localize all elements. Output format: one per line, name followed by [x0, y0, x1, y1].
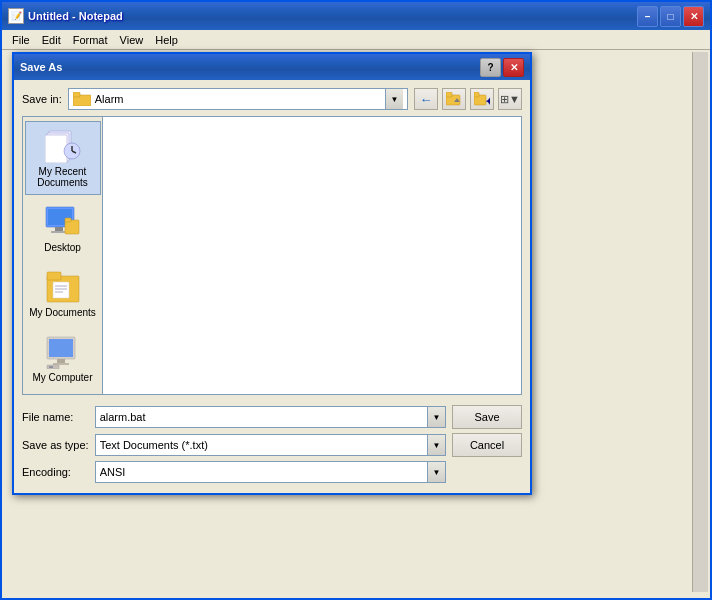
svg-rect-22	[53, 282, 69, 298]
svg-text:✦: ✦	[485, 96, 490, 106]
notepad-titlebar: 📝 Untitled - Notepad – □ ✕	[2, 2, 710, 30]
recent-docs-svg	[45, 129, 81, 163]
folder-icon	[73, 92, 91, 106]
save-in-dropdown-button[interactable]: ▼	[385, 89, 403, 109]
dialog-titlebar: Save As ? ✕	[14, 54, 530, 80]
my-documents-label: My Documents	[29, 307, 96, 318]
encoding-label: Encoding:	[22, 466, 89, 478]
svg-rect-19	[65, 218, 71, 222]
desktop-icon	[43, 204, 83, 240]
dialog-close-button[interactable]: ✕	[503, 58, 524, 77]
up-folder-button[interactable]	[442, 88, 466, 110]
svg-rect-10	[45, 135, 67, 163]
save-in-combo-text: Alarm	[73, 92, 124, 106]
dialog-title: Save As	[20, 61, 62, 73]
sidebar-item-recent[interactable]: My RecentDocuments	[25, 121, 101, 195]
back-arrow-icon: ←	[420, 92, 433, 107]
up-folder-icon	[446, 92, 462, 106]
my-computer-svg	[45, 335, 81, 369]
encoding-dropdown[interactable]: ▼	[427, 462, 445, 482]
save-in-row: Save in: Alarm ▼ ←	[22, 88, 522, 110]
save-in-label: Save in:	[22, 93, 62, 105]
sidebar-item-documents[interactable]: My Documents	[25, 262, 101, 325]
dialog-body: Save in: Alarm ▼ ←	[14, 80, 530, 493]
save-in-value: Alarm	[95, 93, 124, 105]
svg-rect-21	[47, 272, 61, 280]
desktop-svg	[45, 206, 81, 238]
svg-rect-31	[49, 366, 53, 368]
back-button[interactable]: ←	[414, 88, 438, 110]
file-name-input-wrapper: ▼	[95, 406, 446, 428]
svg-rect-16	[55, 227, 63, 231]
file-name-dropdown[interactable]: ▼	[427, 407, 445, 427]
save-as-type-input[interactable]	[96, 435, 427, 455]
file-name-input[interactable]	[96, 407, 427, 427]
new-folder-icon: ✦	[474, 92, 490, 106]
notepad-app-icon: 📝	[8, 8, 24, 24]
save-as-dialog: Save As ? ✕ Save in: Alarm	[12, 52, 532, 495]
notepad-title: Untitled - Notepad	[28, 10, 123, 22]
save-as-type-wrapper: ▼	[95, 434, 446, 456]
file-browser[interactable]	[103, 117, 521, 394]
save-in-toolbar: ← ✦	[414, 88, 522, 110]
my-computer-icon	[43, 334, 83, 370]
content-area: My RecentDocuments	[22, 116, 522, 395]
my-documents-svg	[45, 270, 81, 304]
sidebar: My RecentDocuments	[23, 117, 103, 394]
save-as-type-label: Save as type:	[22, 439, 89, 451]
svg-rect-29	[53, 363, 69, 365]
notepad-scrollbar[interactable]	[692, 52, 708, 592]
notepad-window: 📝 Untitled - Notepad – □ ✕ File Edit For…	[0, 0, 712, 600]
recent-documents-icon	[43, 128, 83, 164]
my-documents-icon	[43, 269, 83, 305]
menubar: File Edit Format View Help	[2, 30, 710, 50]
encoding-wrapper: ▼	[95, 461, 446, 483]
menu-view[interactable]: View	[114, 33, 150, 47]
dialog-window-controls: ? ✕	[480, 58, 524, 77]
views-button[interactable]: ⊞▼	[498, 88, 522, 110]
svg-rect-1	[73, 92, 80, 97]
new-folder-button[interactable]: ✦	[470, 88, 494, 110]
save-as-type-dropdown[interactable]: ▼	[427, 435, 445, 455]
notepad-restore-button[interactable]: □	[660, 6, 681, 27]
desktop-label: Desktop	[44, 242, 81, 253]
svg-rect-17	[51, 231, 67, 233]
file-name-label: File name:	[22, 411, 89, 423]
save-button[interactable]: Save	[452, 405, 522, 429]
recent-documents-label: My RecentDocuments	[37, 166, 88, 188]
notepad-minimize-button[interactable]: –	[637, 6, 658, 27]
form-area: File name: ▼ Save Save as type: ▼ Cancel…	[22, 403, 522, 485]
save-in-combo[interactable]: Alarm ▼	[68, 88, 408, 110]
notepad-window-controls: – □ ✕	[637, 6, 704, 27]
svg-rect-6	[474, 92, 479, 97]
svg-rect-28	[57, 359, 65, 363]
svg-rect-3	[446, 92, 452, 97]
views-icon: ⊞▼	[500, 93, 520, 106]
encoding-input[interactable]	[96, 462, 427, 482]
my-computer-label: My Computer	[32, 372, 92, 383]
svg-rect-27	[49, 339, 73, 357]
notepad-close-button[interactable]: ✕	[683, 6, 704, 27]
menu-help[interactable]: Help	[149, 33, 184, 47]
titlebar-left: 📝 Untitled - Notepad	[8, 8, 123, 24]
sidebar-item-computer[interactable]: My Computer	[25, 327, 101, 390]
menu-edit[interactable]: Edit	[36, 33, 67, 47]
cancel-button[interactable]: Cancel	[452, 433, 522, 457]
menu-format[interactable]: Format	[67, 33, 114, 47]
dialog-help-button[interactable]: ?	[480, 58, 501, 77]
sidebar-item-desktop[interactable]: Desktop	[25, 197, 101, 260]
menu-file[interactable]: File	[6, 33, 36, 47]
